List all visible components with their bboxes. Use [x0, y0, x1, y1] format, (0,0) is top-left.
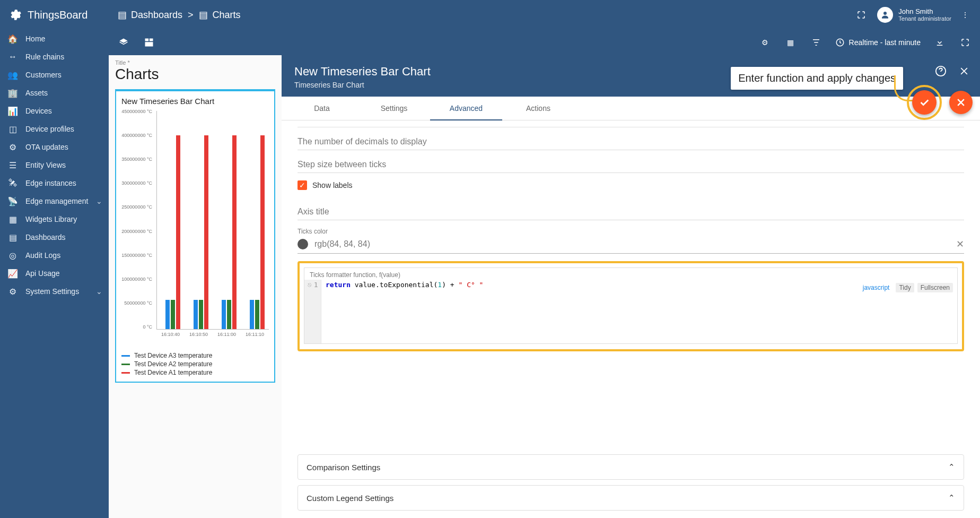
- help-icon[interactable]: [934, 65, 947, 77]
- ticks-color-field[interactable]: rgb(84, 84, 84) ✕: [298, 235, 964, 254]
- legend-item[interactable]: Test Device A2 temperature: [121, 360, 269, 368]
- decimals-field[interactable]: The number of decimals to display: [298, 127, 964, 150]
- time-window[interactable]: Realtime - last minute: [835, 38, 921, 47]
- code-lang-tag[interactable]: javascript: [860, 283, 893, 292]
- sidebar-item-ota-updates[interactable]: ⚙OTA updates: [0, 138, 109, 156]
- accordion-custom-legend-settings[interactable]: Custom Legend Settings ⌃: [298, 485, 964, 511]
- chevron-down-icon: ⌄: [96, 287, 102, 296]
- sidebar-item-widgets-library[interactable]: ▦Widgets Library: [0, 210, 109, 228]
- sidebar-item-audit-logs[interactable]: ◎Audit Logs: [0, 246, 109, 264]
- y-axis-ticks: 450000000 °C400000000 °C350000000 °C3000…: [121, 109, 154, 330]
- legend-swatch-icon: [121, 355, 130, 357]
- title-field-label: Title *: [115, 59, 275, 66]
- sidebar: ThingsBoard 🏠Home ↔Rule chains 👥Customer…: [0, 0, 109, 518]
- accordion-comparison-settings[interactable]: Comparison Settings ⌃: [298, 454, 964, 480]
- clear-icon[interactable]: ✕: [956, 238, 964, 250]
- code-tidy-button[interactable]: Tidy: [896, 283, 914, 292]
- chevron-down-icon: ⌄: [96, 197, 102, 205]
- bar: [255, 300, 259, 329]
- bar: [171, 300, 175, 329]
- hub-icon: 📡: [7, 196, 18, 206]
- chart-icon: ▤: [199, 10, 208, 20]
- editor-header: New Timeseries Bar Chart Timeseries Bar …: [282, 55, 980, 97]
- tab-advanced[interactable]: Advanced: [430, 97, 502, 120]
- breadcrumb-current[interactable]: ▤Charts: [199, 10, 241, 21]
- tab-data[interactable]: Data: [286, 97, 358, 120]
- sidebar-item-edge-management[interactable]: 📡Edge management⌄: [0, 192, 109, 210]
- tutorial-hint: Enter function and apply changes: [731, 67, 903, 90]
- bar: [194, 300, 198, 329]
- bar: [204, 135, 208, 329]
- checkbox-checked-icon[interactable]: ✓: [298, 180, 307, 190]
- sidebar-item-system-settings[interactable]: ⚙System Settings⌄: [0, 282, 109, 300]
- user-meta: John Smith Tenant administrator: [898, 8, 951, 22]
- tab-settings[interactable]: Settings: [358, 97, 430, 120]
- tab-actions[interactable]: Actions: [502, 97, 574, 120]
- bar: [165, 300, 170, 329]
- dashboard-title[interactable]: Charts: [115, 66, 275, 83]
- axis-title-field[interactable]: Axis title: [298, 197, 964, 220]
- chart-widget[interactable]: New Timeseries Bar Chart 450000000 °C400…: [115, 89, 275, 383]
- sidebar-item-rule-chains[interactable]: ↔Rule chains: [0, 48, 109, 66]
- user-menu[interactable]: John Smith Tenant administrator: [877, 7, 951, 23]
- gear-icon[interactable]: ⚙: [759, 36, 772, 49]
- ticks-formatter-code[interactable]: Ticks formatter function, f(value) ⎋1 re…: [304, 267, 958, 344]
- tutorial-highlight-box: Ticks formatter function, f(value) ⎋1 re…: [298, 261, 964, 351]
- layout-icon[interactable]: ▦: [784, 36, 797, 49]
- breadcrumb-sep: >: [188, 10, 194, 21]
- breadcrumb-root[interactable]: ▤Dashboards: [117, 10, 182, 21]
- editor-tabs: Data Settings Advanced Actions: [282, 97, 980, 120]
- sidebar-item-dashboards[interactable]: ▤Dashboards: [0, 228, 109, 246]
- legend-item[interactable]: Test Device A1 temperature: [121, 369, 269, 376]
- sidebar-item-label: Devices: [25, 107, 52, 115]
- step-size-field[interactable]: Step size between ticks: [298, 150, 964, 173]
- legend-label: Test Device A2 temperature: [134, 360, 212, 368]
- close-icon[interactable]: [958, 65, 970, 77]
- accordion-label: Custom Legend Settings: [307, 494, 393, 503]
- sidebar-item-label: Edge instances: [25, 179, 76, 187]
- sidebar-item-entity-views[interactable]: ☰Entity Views: [0, 156, 109, 174]
- app-name: ThingsBoard: [28, 9, 88, 21]
- profile-icon: ◫: [7, 124, 18, 134]
- sidebar-item-devices[interactable]: 📊Devices: [0, 102, 109, 120]
- user-name: John Smith: [898, 8, 951, 15]
- sidebar-item-label: Api Usage: [25, 269, 60, 278]
- download-icon[interactable]: [933, 36, 946, 49]
- dashboard-edit-panel: Title * Charts New Timeseries Bar Chart …: [109, 55, 282, 518]
- accordion-label: Comparison Settings: [307, 463, 380, 472]
- chain-icon: ↔: [7, 51, 18, 62]
- code-fullscreen-button[interactable]: Fullscreen: [917, 283, 953, 292]
- layers-icon[interactable]: [117, 36, 130, 49]
- sidebar-item-label: Rule chains: [25, 53, 64, 61]
- sidebar-item-assets[interactable]: 🏢Assets: [0, 84, 109, 102]
- sidebar-item-home[interactable]: 🏠Home: [0, 30, 109, 48]
- fullscreen-icon[interactable]: [855, 8, 868, 21]
- legend-swatch-icon: [121, 364, 130, 365]
- legend-swatch-icon: [121, 372, 130, 374]
- cancel-button[interactable]: [949, 91, 973, 114]
- sidebar-item-api-usage[interactable]: 📈Api Usage: [0, 264, 109, 282]
- grid-icon[interactable]: [143, 36, 155, 49]
- code-content[interactable]: return value.toExponential(1) + " C° ": [321, 280, 487, 343]
- app-logo[interactable]: ThingsBoard: [0, 0, 109, 30]
- expand-icon[interactable]: [959, 36, 972, 49]
- gear-icon: [7, 7, 22, 22]
- dashboard-toolbar: ⚙ ▦ Realtime - last minute: [109, 30, 980, 55]
- sidebar-item-device-profiles[interactable]: ◫Device profiles: [0, 120, 109, 138]
- svg-rect-2: [150, 39, 153, 41]
- sidebar-item-edge-instances[interactable]: 🛰Edge instances: [0, 174, 109, 192]
- filter-icon[interactable]: [810, 36, 822, 49]
- show-labels-row[interactable]: ✓ Show labels: [298, 173, 964, 197]
- svg-rect-3: [145, 42, 153, 46]
- bar: [222, 300, 226, 329]
- bar: [260, 135, 265, 329]
- line-number: 1: [314, 281, 318, 289]
- chart-title: New Timeseries Bar Chart: [121, 97, 269, 106]
- sidebar-item-customers[interactable]: 👥Customers: [0, 66, 109, 84]
- breadcrumb: ▤Dashboards > ▤Charts: [117, 10, 241, 21]
- kebab-icon[interactable]: ⋮: [959, 8, 972, 21]
- plot-area: [156, 111, 269, 330]
- apply-button[interactable]: [912, 90, 937, 115]
- color-swatch-icon[interactable]: [298, 239, 308, 249]
- legend-item[interactable]: Test Device A3 temperature: [121, 352, 269, 359]
